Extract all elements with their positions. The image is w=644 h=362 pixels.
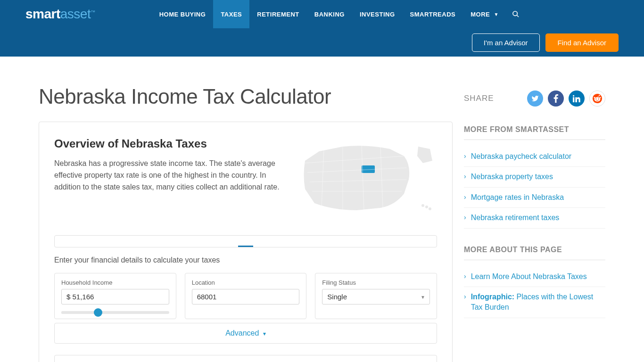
more-from-section: MORE FROM SMARTASSET › Nebraska paycheck… bbox=[464, 125, 605, 229]
more-from-title: MORE FROM SMARTASSET bbox=[464, 125, 605, 140]
chevron-right-icon: › bbox=[464, 293, 466, 300]
slider-fill bbox=[61, 311, 98, 314]
income-slider[interactable] bbox=[61, 311, 169, 314]
overview-description: Nebraska has a progressive state income … bbox=[54, 158, 284, 193]
link-text: Mortgage rates in Nebraska bbox=[471, 192, 564, 203]
im-an-advisor-button[interactable]: I'm an Advisor bbox=[472, 33, 540, 52]
sidebar: SHARE MORE FROM SMARTASSET › Nebraska pa… bbox=[464, 85, 605, 362]
location-input[interactable] bbox=[192, 289, 300, 304]
chevron-down-icon: ▼ bbox=[494, 12, 498, 17]
nav-retirement[interactable]: RETIREMENT bbox=[249, 0, 307, 28]
svg-point-15 bbox=[595, 99, 596, 99]
svg-point-0 bbox=[513, 11, 517, 16]
link-infographic[interactable]: › Infographic: Places with the Lowest Ta… bbox=[464, 287, 605, 318]
results-card bbox=[54, 355, 437, 362]
advanced-toggle[interactable]: Advanced ▾ bbox=[54, 323, 437, 344]
location-group: Location bbox=[185, 273, 307, 319]
link-text: Learn More About Nebraska Taxes bbox=[471, 272, 587, 282]
logo-part2: asset bbox=[60, 7, 91, 21]
overview-title: Overview of Nebraska Taxes bbox=[54, 137, 284, 150]
household-income-group: Household Income bbox=[54, 273, 176, 319]
logo-tm: ™ bbox=[91, 9, 95, 15]
link-retirement-taxes[interactable]: › Nebraska retirement taxes bbox=[464, 208, 605, 228]
us-map bbox=[296, 137, 437, 222]
twitter-icon[interactable] bbox=[527, 90, 543, 107]
nav-investing[interactable]: INVESTING bbox=[352, 0, 403, 28]
nav-home-buying[interactable]: HOME BUYING bbox=[152, 0, 214, 28]
overview-text: Overview of Nebraska Taxes Nebraska has … bbox=[54, 137, 284, 222]
chevron-right-icon: › bbox=[464, 193, 466, 201]
svg-point-17 bbox=[600, 97, 601, 99]
link-mortgage-rates[interactable]: › Mortgage rates in Nebraska bbox=[464, 188, 605, 208]
filing-status-group: Filing Status Single ▼ bbox=[315, 273, 437, 319]
tab-indicator bbox=[238, 246, 253, 247]
chevron-down-icon: ▾ bbox=[263, 330, 266, 337]
logo[interactable]: smartasset™ bbox=[25, 7, 95, 22]
more-about-section: MORE ABOUT THIS PAGE › Learn More About … bbox=[464, 246, 605, 318]
nav-more-label: MORE bbox=[471, 11, 490, 18]
link-text: Nebraska property taxes bbox=[471, 172, 553, 182]
nav-more[interactable]: MORE ▼ bbox=[463, 0, 506, 28]
overview-section: Overview of Nebraska Taxes Nebraska has … bbox=[54, 137, 437, 222]
link-text: Infographic: Places with the Lowest Tax … bbox=[471, 292, 605, 313]
household-income-label: Household Income bbox=[61, 279, 169, 286]
main-nav: HOME BUYING TAXES RETIREMENT BANKING INV… bbox=[152, 0, 506, 28]
link-learn-more[interactable]: › Learn More About Nebraska Taxes bbox=[464, 267, 605, 287]
svg-point-3 bbox=[425, 206, 428, 208]
filing-status-label: Filing Status bbox=[322, 279, 430, 286]
input-prompt: Enter your financial details to calculat… bbox=[54, 256, 437, 264]
content: Nebraska Income Tax Calculator Overview … bbox=[13, 57, 631, 362]
svg-point-18 bbox=[594, 97, 595, 99]
share-label: SHARE bbox=[464, 94, 494, 103]
svg-line-1 bbox=[517, 15, 519, 17]
nebraska-highlight bbox=[362, 165, 375, 173]
nav-smartreads[interactable]: SMARTREADS bbox=[403, 0, 463, 28]
inputs-row: Household Income Location Filing Status bbox=[54, 273, 437, 319]
advanced-label: Advanced bbox=[225, 329, 259, 337]
chevron-right-icon: › bbox=[464, 272, 466, 280]
advanced-link: Advanced ▾ bbox=[225, 329, 266, 337]
household-income-input[interactable] bbox=[61, 289, 169, 304]
linkedin-icon[interactable] bbox=[569, 90, 585, 107]
nav-banking[interactable]: BANKING bbox=[307, 0, 352, 28]
search-icon[interactable] bbox=[512, 10, 520, 18]
link-text: Nebraska retirement taxes bbox=[471, 213, 560, 223]
top-nav: smartasset™ HOME BUYING TAXES RETIREMENT… bbox=[0, 0, 644, 28]
find-an-advisor-button[interactable]: Find an Advisor bbox=[545, 33, 619, 52]
link-text: Nebraska paycheck calculator bbox=[471, 151, 571, 162]
reddit-icon[interactable] bbox=[589, 90, 605, 107]
svg-point-2 bbox=[421, 204, 424, 207]
facebook-icon[interactable] bbox=[548, 90, 564, 107]
slider-thumb[interactable] bbox=[94, 308, 102, 317]
tab-strip[interactable] bbox=[54, 235, 437, 247]
subheader: I'm an Advisor Find an Advisor bbox=[0, 28, 644, 57]
svg-point-4 bbox=[429, 207, 431, 210]
filing-status-select[interactable]: Single bbox=[322, 289, 430, 304]
chevron-right-icon: › bbox=[464, 214, 466, 221]
chevron-right-icon: › bbox=[464, 152, 466, 160]
logo-part1: smart bbox=[25, 7, 60, 21]
more-about-title: MORE ABOUT THIS PAGE bbox=[464, 246, 605, 260]
svg-point-16 bbox=[598, 99, 599, 99]
nav-taxes[interactable]: TAXES bbox=[213, 0, 249, 28]
map-svg bbox=[296, 137, 437, 222]
page-title: Nebraska Income Tax Calculator bbox=[39, 85, 453, 108]
link-paycheck-calculator[interactable]: › Nebraska paycheck calculator bbox=[464, 147, 605, 167]
calculator-card: Overview of Nebraska Taxes Nebraska has … bbox=[39, 122, 453, 362]
main-column: Nebraska Income Tax Calculator Overview … bbox=[39, 85, 453, 362]
link-property-taxes[interactable]: › Nebraska property taxes bbox=[464, 167, 605, 187]
share-row: SHARE bbox=[464, 90, 605, 107]
location-label: Location bbox=[192, 279, 300, 286]
chevron-right-icon: › bbox=[464, 173, 466, 180]
